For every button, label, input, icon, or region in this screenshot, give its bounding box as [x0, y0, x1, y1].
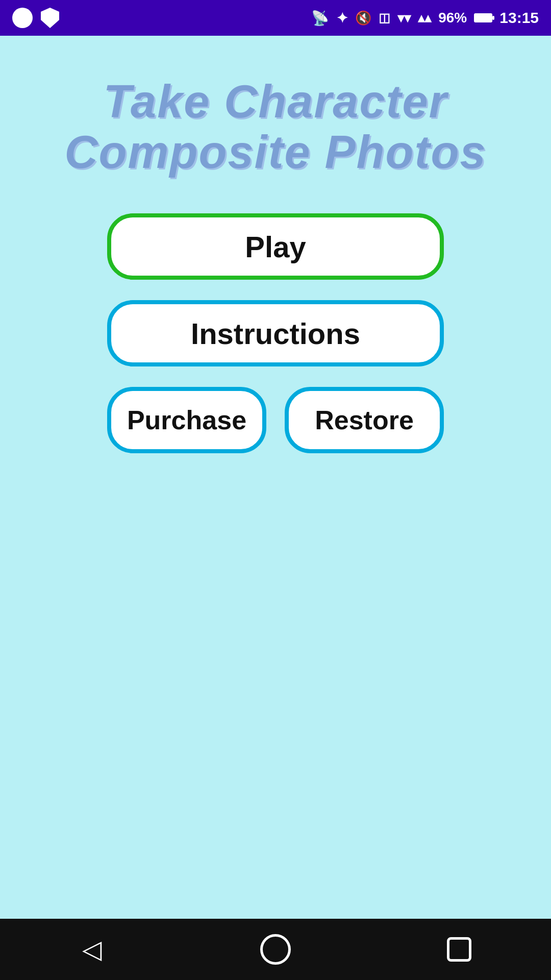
- back-icon: ◁: [82, 935, 102, 964]
- mute-icon: 🔇: [355, 10, 371, 26]
- wifi-icon: ▾▾: [397, 10, 411, 26]
- home-button[interactable]: [255, 929, 296, 970]
- signal-icon: ▴▴: [418, 10, 431, 26]
- instructions-button[interactable]: Instructions: [107, 300, 444, 366]
- shield-icon: [41, 8, 59, 28]
- title-line1: Take Character: [103, 76, 447, 127]
- status-bar: 📡 ✦ 🔇 ◫ ▾▾ ▴▴ 96% 13:15: [0, 0, 551, 36]
- cast-icon: 📡: [311, 10, 329, 27]
- home-icon: [260, 934, 291, 965]
- back-button[interactable]: ◁: [71, 929, 112, 970]
- main-content: Take Character Composite Photos Play Ins…: [0, 36, 551, 919]
- app-title: Take Character Composite Photos: [64, 77, 486, 178]
- recents-button[interactable]: [439, 929, 480, 970]
- status-left-icons: [12, 8, 59, 28]
- nav-bar: ◁: [0, 919, 551, 980]
- recents-icon: [447, 937, 471, 962]
- battery-icon: [474, 13, 492, 22]
- purchase-button[interactable]: Purchase: [107, 387, 266, 453]
- restore-button[interactable]: Restore: [285, 387, 444, 453]
- time: 13:15: [499, 9, 539, 27]
- sim-icon: ◫: [379, 11, 390, 25]
- battery-percent: 96%: [438, 10, 467, 26]
- title-line2: Composite Photos: [64, 127, 486, 178]
- bluetooth-icon: ✦: [336, 10, 348, 27]
- app-icon: [12, 8, 33, 28]
- status-right-icons: 📡 ✦ 🔇 ◫ ▾▾ ▴▴ 96% 13:15: [311, 9, 539, 27]
- purchase-restore-row: Purchase Restore: [107, 387, 444, 453]
- play-button[interactable]: Play: [107, 213, 444, 280]
